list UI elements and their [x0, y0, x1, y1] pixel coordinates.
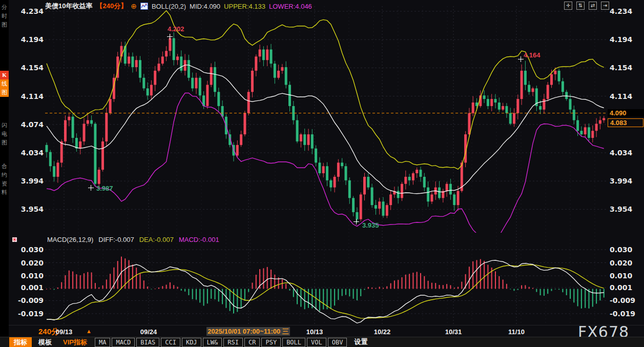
boll-lower-value: LOWER:4.046 [269, 3, 312, 10]
price-tick-label: 4.154 [15, 64, 44, 72]
annotation-low-early: 3.987 [96, 185, 113, 192]
pane-divider [0, 325, 644, 325]
price-tick-label: 4.114 [610, 92, 642, 100]
macd-tick-label: -0.019 [610, 310, 642, 318]
macd-tick-label: 0.020 [610, 259, 642, 267]
xaxis-date-label: 10/22 [367, 328, 398, 336]
macd-tick-label: -0.019 [15, 310, 44, 318]
indicator-toolbar: 指标模板VIP指标MAMACDBIASCCIKDJLW&RSICRPSYBOLL… [0, 337, 644, 347]
macd-diff-value: DIFF:-0.007 [98, 236, 134, 243]
macd-tick-label: -0.009 [610, 296, 642, 304]
sidebar-item-3[interactable]: 闪电图 [0, 121, 9, 147]
macd-tick-label: -0.009 [15, 296, 44, 304]
annotation-high-global: 4.202 [168, 25, 184, 33]
boll-mid-value: MID:4.090 [190, 3, 220, 10]
price-tick-label: 4.194 [610, 35, 642, 44]
sidebar: 分时图K线图闪电图合约资料 [0, 0, 9, 337]
toolbar-tab-cci[interactable]: CCI [161, 338, 180, 347]
sidebar-item-2[interactable]: K线图 [0, 71, 9, 97]
xaxis-date-label: 09/13 [49, 328, 79, 336]
macd-macd-value: MACD:-0.001 [179, 236, 219, 243]
price-tick-label: 4.194 [15, 35, 44, 44]
toolbar-tab-kdj[interactable]: KDJ [182, 338, 201, 347]
toolbar-tab-指标[interactable]: 指标 [9, 337, 32, 347]
chart-tool-icons: ✛⇅⇄⇥ [564, 2, 609, 10]
price-tick-label: 3.954 [610, 205, 642, 213]
xaxis-date-label: 10/13 [299, 328, 330, 336]
boll-upper-value: UPPER:4.133 [224, 3, 265, 10]
toolbar-tab-模板[interactable]: 模板 [34, 337, 56, 347]
xaxis-date-label: 11/10 [501, 328, 532, 336]
macd-title: MACD(26,12,9) [47, 236, 93, 243]
crosshair-date-readout: 2025/10/01 07:00~11:00 三 [206, 327, 290, 336]
price-tick-label: 4.074 [15, 120, 44, 129]
macd-tick-label: 0.001 [610, 283, 642, 292]
toolbar-tab-lw&[interactable]: LW& [203, 338, 222, 347]
toolbar-tab-ma[interactable]: MA [95, 338, 110, 347]
sidebar-item-4[interactable]: 合约资料 [0, 162, 9, 197]
symbol-title: 美债10年收益率 [45, 2, 92, 11]
price-tick-label: 4.234 [610, 7, 642, 15]
toolbar-tab-bias[interactable]: BIAS [136, 338, 159, 347]
xaxis-date-label: 10/31 [438, 328, 469, 336]
price-tick-label: 4.154 [610, 64, 642, 72]
toolbar-tab-cr[interactable]: CR [244, 338, 260, 347]
price-tick-label: 4.114 [15, 92, 44, 100]
chart-canvas[interactable] [0, 0, 644, 347]
annotation-high-recent: 4.164 [524, 51, 541, 59]
period-label: 【240分】 [96, 2, 127, 11]
annotation-low-global: 3.935 [362, 221, 379, 229]
chart-header: 美债10年收益率 【240分】 ⊕ BOLL(20,2) MID:4.090 U… [45, 2, 312, 11]
macd-tick-label: 0.001 [15, 283, 44, 292]
toolbar-tab-rsi[interactable]: RSI [223, 338, 243, 347]
toolbar-tab-vip指标[interactable]: VIP指标 [58, 337, 92, 347]
price-tick-label: 3.994 [15, 177, 44, 185]
indicator-alert-icon[interactable]: ✳ [11, 236, 18, 243]
kline-chart-icon[interactable] [140, 3, 148, 10]
x-axis-scale-icon[interactable]: ⇄ [589, 2, 597, 10]
macd-dea-value: DEA:-0.007 [139, 236, 174, 243]
price-tick-label: 4.034 [15, 149, 44, 157]
macd-tick-label: 0.030 [610, 246, 642, 254]
xaxis-period-arrow-icon[interactable]: ▲ [86, 328, 92, 334]
ref-price-tag: 4.090 [608, 109, 644, 117]
toolbar-tab-psy[interactable]: PSY [261, 338, 281, 347]
toolbar-tab-obv[interactable]: OBV [328, 338, 347, 347]
price-tick-label: 4.234 [15, 7, 44, 15]
macd-tick-label: 0.010 [15, 272, 44, 280]
price-tick-label: 4.034 [610, 149, 642, 157]
marker-cross-icon [354, 219, 359, 224]
boll-label: BOLL(20,2) [152, 3, 186, 10]
last-price-tag: 4.083 [608, 118, 643, 127]
toolbar-tab-设置[interactable]: 设置 [350, 337, 371, 347]
xaxis-date-label: 09/24 [133, 328, 164, 336]
toolbar-tab-vol[interactable]: VOL [307, 338, 326, 347]
price-tick-label: 3.994 [610, 177, 642, 185]
marker-cross-icon [88, 185, 94, 191]
toolbar-tab-macd[interactable]: MACD [112, 338, 135, 347]
marker-cross-icon [167, 34, 173, 39]
crosshair-icon[interactable]: ✛ [564, 2, 572, 10]
macd-tick-label: 0.030 [15, 246, 44, 254]
marker-cross-icon [518, 56, 524, 62]
price-tick-label: 3.954 [15, 205, 44, 213]
toolbar-tab-boll[interactable]: BOLL [282, 338, 305, 347]
sidebar-item-1[interactable]: 分时图 [0, 3, 9, 29]
macd-tick-label: 0.010 [610, 272, 642, 280]
add-indicator-icon[interactable]: ⊕ [131, 2, 137, 10]
goto-latest-icon[interactable]: ⇥ [601, 2, 609, 10]
y-axis-scale-icon[interactable]: ⇅ [576, 2, 585, 10]
macd-tick-label: 0.020 [15, 259, 44, 267]
macd-header: MACD(26,12,9) DIFF:-0.007 DEA:-0.007 MAC… [47, 236, 219, 243]
xaxis-row: 240分 ▲ 2025/10/01 07:00~11:00 三 09/1309/… [0, 326, 644, 336]
trading-app: 分时图K线图闪电图合约资料 美债10年收益率 【240分】 ⊕ BOLL(20,… [0, 0, 644, 347]
